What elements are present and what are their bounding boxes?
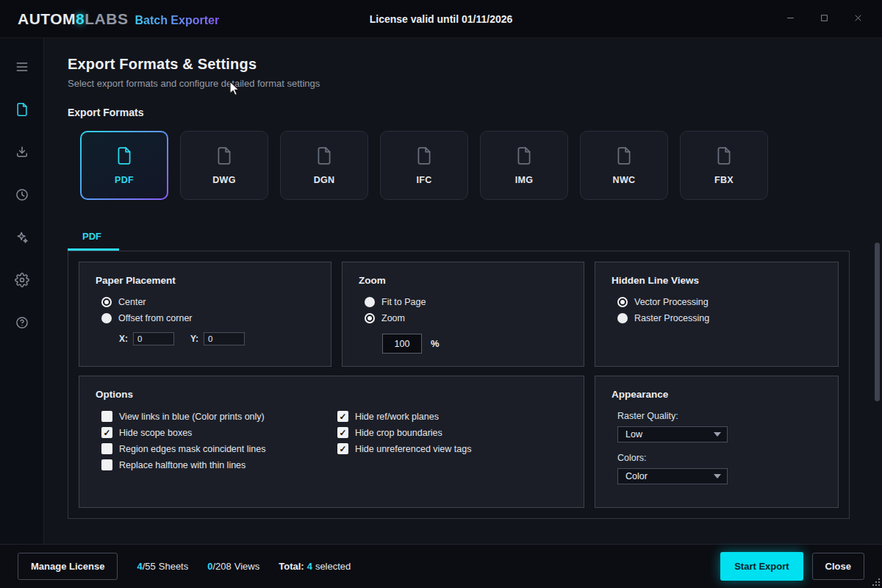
- zoom-value-row: %: [382, 334, 567, 354]
- window-controls: [776, 8, 882, 30]
- dropdown-value: Low: [625, 429, 642, 440]
- radio-offset-from-corner[interactable]: Offset from corner: [101, 313, 315, 323]
- offset-x-input[interactable]: [133, 332, 174, 345]
- checkbox-view-links-in-blue[interactable]: View links in blue (Color prints only): [101, 411, 331, 422]
- logo-accent-8: 8: [76, 10, 85, 27]
- format-card-pdf[interactable]: PDF: [80, 131, 168, 200]
- pdf-settings-container: Paper Placement Center Offset from corne…: [68, 251, 850, 519]
- sidebar-item-export-queue[interactable]: [9, 143, 35, 165]
- file-icon: [514, 146, 534, 165]
- gear-icon: [15, 273, 29, 290]
- file-icon: [614, 146, 634, 165]
- format-card-img[interactable]: IMG: [480, 131, 568, 200]
- checkbox-checked-icon: [337, 443, 348, 454]
- manage-license-button[interactable]: Manage License: [18, 553, 118, 580]
- checkbox-label: Hide ref/work planes: [355, 412, 439, 422]
- file-icon: [714, 146, 734, 165]
- raster-quality-dropdown[interactable]: Low: [617, 426, 728, 442]
- checkbox-region-edges-mask[interactable]: Region edges mask coincident lines: [101, 443, 331, 454]
- sheets-stat: 4/55 Sheets: [137, 561, 188, 572]
- radio-label: Offset from corner: [118, 313, 193, 323]
- zoom-percent-input[interactable]: [382, 334, 422, 354]
- sidebar-item-export-formats[interactable]: [9, 100, 35, 122]
- radio-selected-icon: [365, 313, 375, 323]
- format-card-dwg[interactable]: DWG: [180, 131, 268, 200]
- vertical-scrollbar-thumb[interactable]: [875, 243, 880, 401]
- app-logo: AUTOM8LABS Batch Exporter: [0, 10, 219, 28]
- colors-label: Colors:: [617, 453, 822, 463]
- titlebar: AUTOM8LABS Batch Exporter License valid …: [0, 0, 882, 38]
- radio-center[interactable]: Center: [101, 297, 315, 307]
- sidebar-item-automation[interactable]: [9, 228, 35, 250]
- checkbox-label: Region edges mask coincident lines: [119, 444, 265, 454]
- sidebar-menu-toggle[interactable]: [9, 57, 35, 79]
- paper-placement-panel: Paper Placement Center Offset from corne…: [79, 262, 331, 367]
- logo-text: AUTOM8LABS: [18, 10, 128, 28]
- sidebar-item-help[interactable]: [9, 313, 35, 335]
- radio-fit-to-page[interactable]: Fit to Page: [365, 297, 567, 307]
- format-card-label: IFC: [416, 175, 431, 185]
- close-button[interactable]: [844, 8, 872, 30]
- format-card-nwc[interactable]: NWC: [580, 131, 668, 200]
- checkbox-hide-crop-boundaries[interactable]: Hide crop boundaries: [337, 427, 567, 438]
- dropdown-value: Color: [625, 471, 648, 481]
- checkbox-checked-icon: [337, 411, 348, 422]
- checkbox-hide-ref-work-planes[interactable]: Hide ref/work planes: [337, 411, 567, 422]
- logo-part1: AUTOM: [18, 10, 76, 27]
- format-card-fbx[interactable]: FBX: [680, 131, 768, 200]
- sheets-label: Sheets: [159, 561, 188, 572]
- appearance-panel: Appearance Raster Quality: Low Colors: C…: [595, 376, 839, 508]
- checkbox-hide-unreferenced-view-tags[interactable]: Hide unreferenced view tags: [337, 443, 567, 454]
- checkbox-hide-scope-boxes[interactable]: Hide scope boxes: [101, 427, 331, 438]
- checkbox-checked-icon: [101, 427, 112, 438]
- format-card-ifc[interactable]: IFC: [380, 131, 468, 200]
- tab-pdf[interactable]: PDF: [68, 231, 119, 251]
- close-dialog-button[interactable]: Close: [812, 553, 864, 580]
- file-icon: [215, 146, 234, 165]
- views-total-count: /208: [212, 561, 231, 572]
- logo-part2: LABS: [85, 10, 128, 27]
- zoom-panel: Zoom Fit to Page Zoom %: [342, 262, 584, 367]
- format-tabbar: PDF: [68, 231, 850, 251]
- start-export-button[interactable]: Start Export: [720, 552, 803, 581]
- radio-label: Zoom: [381, 313, 405, 323]
- offset-y-input[interactable]: [204, 332, 245, 345]
- checkbox-label: Replace halftone with thin lines: [119, 460, 245, 470]
- format-card-label: NWC: [613, 175, 636, 185]
- minimize-button[interactable]: [776, 8, 804, 30]
- sidebar-item-settings[interactable]: [9, 270, 35, 293]
- selection-stats: 4/55 Sheets 0/208 Views Total: 4 selecte…: [137, 561, 351, 572]
- total-label: Total:: [279, 561, 304, 572]
- radio-selected-icon: [617, 297, 628, 307]
- footer-bar: Manage License 4/55 Sheets 0/208 Views T…: [0, 544, 882, 588]
- page-title: Export Formats & Settings: [68, 56, 850, 73]
- resize-grip[interactable]: [870, 576, 881, 587]
- sheets-selected-count: 4: [137, 561, 142, 572]
- format-card-label: PDF: [115, 175, 134, 185]
- format-card-label: DGN: [314, 175, 335, 185]
- maximize-button[interactable]: [810, 8, 838, 30]
- panel-title: Options: [96, 389, 567, 400]
- radio-zoom[interactable]: Zoom: [365, 313, 567, 323]
- percent-label: %: [431, 338, 440, 349]
- radio-raster-processing[interactable]: Raster Processing: [617, 313, 822, 323]
- app-window: AUTOM8LABS Batch Exporter License valid …: [0, 0, 882, 588]
- document-icon: [15, 102, 29, 120]
- colors-dropdown[interactable]: Color: [617, 468, 728, 484]
- y-label: Y:: [190, 334, 198, 344]
- main-content: Export Formats & Settings Select export …: [44, 38, 882, 544]
- checkbox-unchecked-icon: [101, 411, 112, 422]
- total-suffix: selected: [315, 561, 351, 572]
- checkbox-label: Hide scope boxes: [119, 428, 192, 438]
- download-icon: [15, 145, 29, 162]
- footer-actions: Start Export Close: [720, 552, 864, 581]
- clock-icon: [15, 187, 29, 205]
- radio-unselected-icon: [101, 313, 112, 323]
- radio-vector-processing[interactable]: Vector Processing: [617, 297, 822, 307]
- radio-label: Raster Processing: [634, 313, 709, 323]
- sidebar-item-history[interactable]: [9, 185, 35, 207]
- format-card-dgn[interactable]: DGN: [280, 131, 368, 200]
- options-column-2: Hide ref/work planes Hide crop boundarie…: [331, 411, 567, 470]
- checkbox-label: Hide unreferenced view tags: [355, 444, 471, 454]
- checkbox-replace-halftone[interactable]: Replace halftone with thin lines: [101, 459, 331, 470]
